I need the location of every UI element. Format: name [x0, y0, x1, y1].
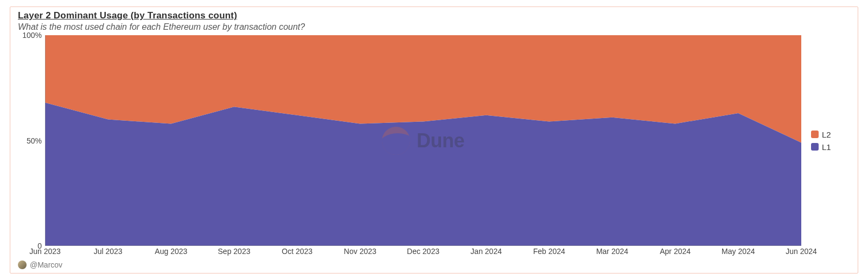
y-axis: 050%100%	[18, 35, 45, 246]
x-axis: Jun 2023Jul 2023Aug 2023Sep 2023Oct 2023…	[45, 246, 801, 258]
chart-body: 050%100% Dune L2L1	[18, 35, 850, 246]
area-chart-svg	[45, 35, 801, 246]
author-avatar-icon	[18, 261, 27, 269]
author-handle[interactable]: @Marcov	[30, 261, 62, 269]
legend-swatch-icon	[811, 131, 819, 138]
x-tick-label: Feb 2024	[533, 247, 565, 256]
chart-subtitle: What is the most used chain for each Eth…	[18, 22, 850, 32]
x-tick-label: Apr 2024	[660, 247, 691, 256]
chart-card: Layer 2 Dominant Usage (by Transactions …	[10, 6, 858, 274]
x-tick-label: Mar 2024	[596, 247, 628, 256]
legend-label: L2	[822, 130, 831, 139]
x-tick-label: Oct 2023	[282, 247, 312, 256]
x-tick-label: Jun 2024	[786, 247, 817, 256]
legend-label: L1	[822, 142, 831, 152]
legend-item[interactable]: L2	[811, 130, 850, 139]
plot-area: Dune	[45, 35, 801, 246]
legend-item[interactable]: L1	[811, 142, 850, 152]
area-series-l1	[45, 102, 801, 246]
x-tick-label: Nov 2023	[344, 247, 376, 256]
y-tick-label: 100%	[22, 31, 42, 40]
legend-swatch-icon	[811, 143, 819, 151]
chart-title[interactable]: Layer 2 Dominant Usage (by Transactions …	[18, 10, 850, 21]
y-tick-label: 50%	[27, 136, 42, 145]
x-tick-label: Jun 2023	[29, 247, 61, 256]
chart-header: Layer 2 Dominant Usage (by Transactions …	[18, 10, 850, 32]
x-tick-label: Jul 2023	[94, 247, 123, 256]
x-tick-label: Dec 2023	[407, 247, 439, 256]
x-tick-label: Sep 2023	[218, 247, 251, 256]
x-tick-label: Jan 2024	[470, 247, 502, 256]
chart-footer: @Marcov	[18, 259, 850, 271]
x-axis-row: Jun 2023Jul 2023Aug 2023Sep 2023Oct 2023…	[18, 246, 850, 258]
x-tick-label: May 2024	[722, 247, 755, 256]
x-tick-label: Aug 2023	[155, 247, 187, 256]
legend: L2L1	[801, 35, 850, 246]
